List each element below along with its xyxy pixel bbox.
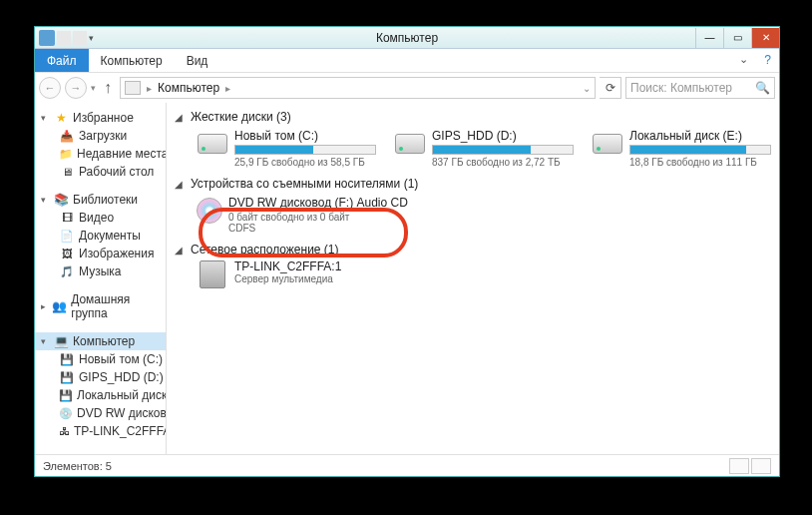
net-desc: Сервер мультимедиа [234, 273, 341, 284]
search-input[interactable]: Поиск: Компьютер 🔍 [625, 77, 775, 99]
window-title: Компьютер [376, 31, 438, 45]
section-network-header[interactable]: ◢ Сетевое расположение (1) [175, 240, 771, 259]
drive-dvd-free: 0 байт свободно из 0 байт [228, 212, 408, 223]
chevron-down-icon: ◢ [175, 179, 185, 190]
chevron-right-icon: ▸ [225, 83, 230, 94]
qat-button[interactable] [57, 31, 71, 45]
drive-e-bar [629, 145, 771, 155]
section-removable-header[interactable]: ◢ Устройства со съемными носителями (1) [175, 174, 771, 194]
desktop-icon: 🖥 [59, 165, 75, 179]
drive-icon: 💾 [59, 370, 75, 384]
drive-e[interactable]: Локальный диск (E:) 18,8 ГБ свободно из … [592, 129, 771, 168]
nav-desktop[interactable]: 🖥Рабочий стол [57, 163, 166, 181]
drive-e-free: 18,8 ГБ свободно из 111 ГБ [629, 157, 771, 168]
nav-dvd[interactable]: 💿DVD RW дисковод [57, 404, 166, 422]
ribbon-expand-button[interactable]: ⌄ [731, 49, 756, 72]
libraries-icon: 📚 [53, 193, 69, 207]
network-location-tplink[interactable]: TP-LINK_C2FFFA:1 Сервер мультимедиа [197, 259, 771, 289]
tab-computer[interactable]: Компьютер [89, 49, 175, 72]
cd-icon: 💿 [59, 406, 73, 420]
view-details-button[interactable] [729, 458, 749, 474]
section-network-title: Сетевое расположение (1) [191, 243, 339, 257]
section-hdd-header[interactable]: ◢ Жесткие диски (3) [175, 107, 771, 127]
section-hdd-title: Жесткие диски (3) [191, 110, 291, 124]
computer-icon [125, 81, 141, 95]
folder-icon: 📥 [59, 129, 75, 143]
picture-icon: 🖼 [59, 247, 75, 260]
address-bar-row: ← → ▾ ↑ ▸ Компьютер ▸ ⌄ ⟳ Поиск: Компьют… [35, 73, 779, 103]
computer-icon: 💻 [53, 334, 69, 348]
tab-view[interactable]: Вид [175, 49, 220, 72]
nav-favorites-header[interactable]: ▾ ★ Избранное [35, 109, 166, 127]
drive-dvd-name: DVD RW дисковод (F:) Audio CD [228, 196, 408, 210]
app-icon [39, 30, 55, 46]
cd-icon [197, 196, 222, 226]
nav-downloads[interactable]: 📥Загрузки [57, 127, 166, 145]
nav-music[interactable]: 🎵Музыка [57, 262, 166, 280]
star-icon: ★ [53, 111, 69, 125]
chevron-down-icon: ◢ [175, 245, 185, 256]
qat-button[interactable] [73, 31, 87, 45]
nav-documents[interactable]: 📄Документы [57, 227, 166, 245]
nav-drive-e[interactable]: 💾Локальный диск (E:) [57, 386, 166, 404]
breadcrumb-root[interactable]: Компьютер [158, 81, 219, 95]
hdd-icon [592, 129, 623, 159]
address-dropdown[interactable]: ⌄ [583, 83, 591, 94]
section-removable-title: Устройства со съемными носителями (1) [191, 177, 418, 191]
nav-tplink[interactable]: 🖧TP-LINK_C2FFFA:1 [57, 422, 166, 440]
nav-drive-d[interactable]: 💾GIPS_HDD (D:) [57, 368, 166, 386]
navigation-pane: ▾ ★ Избранное 📥Загрузки 📁Недавние места … [35, 103, 167, 454]
back-button[interactable]: ← [39, 77, 61, 99]
help-button[interactable]: ? [756, 49, 779, 72]
refresh-button[interactable]: ⟳ [600, 77, 621, 99]
server-icon: 🖧 [59, 424, 70, 438]
folder-icon: 📁 [59, 147, 73, 161]
qat-dropdown[interactable]: ▾ [89, 33, 94, 43]
maximize-button[interactable]: ▭ [723, 28, 751, 48]
quick-access-toolbar: ▾ [39, 30, 94, 46]
address-bar[interactable]: ▸ Компьютер ▸ ⌄ [120, 77, 596, 99]
chevron-right-icon: ▸ [147, 83, 152, 94]
up-button[interactable]: ↑ [100, 77, 116, 99]
view-large-button[interactable] [751, 458, 771, 474]
chevron-right-icon: ▸ [41, 301, 48, 311]
nav-drive-c[interactable]: 💾Новый том (C:) [57, 350, 166, 368]
search-placeholder: Поиск: Компьютер [630, 81, 732, 95]
drive-icon: 💾 [59, 388, 73, 402]
drive-e-name: Локальный диск (E:) [629, 129, 771, 143]
hdd-icon [197, 129, 228, 159]
drive-dvd-fs: CDFS [228, 223, 408, 234]
chevron-down-icon: ▾ [41, 336, 49, 346]
forward-button[interactable]: → [65, 77, 87, 99]
drive-d[interactable]: GIPS_HDD (D:) 837 ГБ свободно из 2,72 ТБ [394, 129, 574, 168]
nav-homegroup-header[interactable]: ▸ 👥 Домашняя группа [35, 290, 166, 322]
chevron-down-icon: ▾ [41, 195, 49, 205]
status-item-count: Элементов: 5 [43, 460, 112, 472]
nav-favorites-label: Избранное [73, 111, 134, 125]
nav-libraries-label: Библиотеки [73, 193, 138, 207]
close-button[interactable]: ✕ [751, 28, 779, 48]
nav-videos[interactable]: 🎞Видео [57, 209, 166, 227]
body: ▾ ★ Избранное 📥Загрузки 📁Недавние места … [35, 103, 779, 454]
nav-recent[interactable]: 📁Недавние места [57, 145, 166, 163]
tab-file[interactable]: Файл [35, 49, 89, 72]
drive-c-bar [234, 145, 376, 155]
net-name: TP-LINK_C2FFFA:1 [234, 259, 341, 273]
drive-c-name: Новый том (C:) [234, 129, 376, 143]
nav-libraries-header[interactable]: ▾ 📚 Библиотеки [35, 191, 166, 209]
nav-homegroup-label: Домашняя группа [71, 292, 160, 320]
nav-computer-header[interactable]: ▾ 💻 Компьютер [35, 332, 166, 350]
music-icon: 🎵 [59, 264, 75, 278]
drive-d-bar [432, 145, 574, 155]
content-pane: ◢ Жесткие диски (3) Новый том (C:) 25,9 … [167, 103, 779, 454]
nav-pictures[interactable]: 🖼Изображения [57, 245, 166, 262]
nav-computer-label: Компьютер [73, 334, 135, 348]
ribbon-tabs: Файл Компьютер Вид ⌄ ? [35, 49, 779, 73]
document-icon: 📄 [59, 229, 75, 243]
hdd-icon [394, 129, 426, 159]
video-icon: 🎞 [59, 211, 75, 225]
drive-dvd[interactable]: DVD RW дисковод (F:) Audio CD 0 байт сво… [197, 196, 376, 234]
drive-c[interactable]: Новый том (C:) 25,9 ГБ свободно из 58,5 … [197, 129, 376, 168]
minimize-button[interactable]: — [695, 28, 723, 48]
history-dropdown[interactable]: ▾ [91, 83, 96, 93]
